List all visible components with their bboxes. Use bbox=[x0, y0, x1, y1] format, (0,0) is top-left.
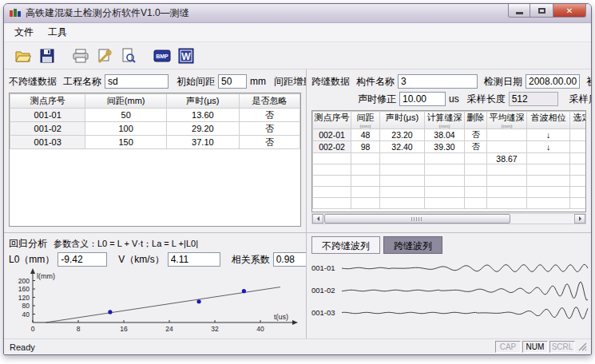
table-cell[interactable] bbox=[570, 153, 587, 164]
table-cell[interactable] bbox=[351, 176, 380, 187]
close-button[interactable]: ✕ bbox=[553, 4, 586, 18]
table-cell[interactable]: 39.30 bbox=[425, 141, 465, 153]
table-cell[interactable] bbox=[465, 187, 487, 198]
table-cell[interactable] bbox=[351, 198, 380, 209]
velocity-input[interactable] bbox=[168, 252, 220, 267]
table-cell[interactable] bbox=[313, 153, 351, 164]
init-spacing-input[interactable] bbox=[218, 74, 247, 89]
table-cell[interactable] bbox=[313, 187, 351, 198]
table-cell[interactable] bbox=[425, 176, 465, 187]
table-cell[interactable]: ↓ bbox=[527, 129, 570, 141]
table-cell[interactable] bbox=[313, 198, 351, 209]
table-cell[interactable] bbox=[313, 164, 351, 176]
minimize-button[interactable] bbox=[508, 4, 530, 18]
table-cell[interactable] bbox=[570, 198, 587, 209]
table-cell[interactable] bbox=[527, 164, 570, 176]
table-row[interactable] bbox=[313, 198, 587, 209]
table-cell[interactable] bbox=[425, 187, 465, 198]
table-cell[interactable]: 001-01 bbox=[10, 109, 85, 122]
table-cell[interactable]: 32.40 bbox=[380, 141, 425, 153]
table-cell[interactable]: 否 bbox=[465, 129, 487, 141]
table-cell[interactable] bbox=[570, 187, 587, 198]
table-cell[interactable] bbox=[380, 164, 425, 176]
table-cell[interactable]: 001-03 bbox=[10, 136, 85, 149]
table-cell[interactable]: 否 bbox=[239, 136, 299, 149]
tab-no-cross-wave[interactable]: 不跨缝波列 bbox=[311, 236, 380, 254]
table-cell[interactable] bbox=[527, 153, 570, 164]
table-row[interactable] bbox=[313, 176, 587, 187]
table-cell[interactable] bbox=[570, 129, 587, 141]
table-row[interactable]: 001-0315037.10否 bbox=[10, 136, 300, 149]
table-row[interactable]: 38.67 bbox=[313, 153, 587, 164]
table-cell[interactable]: 29.20 bbox=[167, 122, 240, 136]
maximize-button[interactable] bbox=[530, 4, 553, 18]
print-setup-button[interactable] bbox=[93, 45, 116, 66]
table-row[interactable] bbox=[313, 187, 587, 198]
table-cell[interactable] bbox=[465, 153, 487, 164]
l0-input[interactable] bbox=[58, 252, 107, 267]
table-cell[interactable] bbox=[351, 164, 380, 176]
table-cell[interactable] bbox=[465, 198, 487, 209]
table-row[interactable] bbox=[313, 164, 587, 176]
table-cell[interactable]: 23.20 bbox=[380, 129, 425, 141]
sound-correction-input[interactable] bbox=[399, 92, 446, 106]
print-button[interactable] bbox=[69, 45, 92, 66]
table-cell[interactable]: 001-02 bbox=[10, 122, 85, 136]
table-cell[interactable]: 50 bbox=[85, 109, 167, 122]
table-cell[interactable]: 13.60 bbox=[167, 109, 240, 122]
correlation-input[interactable] bbox=[273, 252, 306, 267]
table-cell[interactable] bbox=[487, 176, 527, 187]
table-cell[interactable] bbox=[425, 164, 465, 176]
table-cell[interactable] bbox=[380, 198, 425, 209]
table-cell[interactable]: 否 bbox=[239, 122, 299, 136]
table-cell[interactable] bbox=[527, 198, 570, 209]
table-row[interactable]: 001-015013.60否 bbox=[10, 109, 300, 122]
component-name-input[interactable] bbox=[398, 74, 478, 89]
table-cell[interactable] bbox=[380, 153, 425, 164]
table-cell[interactable]: 37.10 bbox=[167, 136, 240, 149]
table-cell[interactable]: 48 bbox=[351, 129, 380, 141]
table-cell[interactable] bbox=[487, 187, 527, 198]
print-preview-button[interactable] bbox=[117, 45, 140, 66]
export-word-button[interactable]: W bbox=[175, 45, 197, 66]
resize-grip[interactable] bbox=[577, 342, 588, 352]
table-cell[interactable]: 002-02 bbox=[313, 141, 351, 153]
table-cell[interactable]: 否 bbox=[239, 109, 299, 122]
table-cell[interactable] bbox=[380, 176, 425, 187]
menu-item-1[interactable]: 工具 bbox=[41, 24, 74, 41]
table-cell[interactable] bbox=[487, 164, 527, 176]
save-button[interactable] bbox=[36, 45, 58, 66]
table-cell[interactable] bbox=[465, 164, 487, 176]
table-cell[interactable] bbox=[527, 187, 570, 198]
table-cell[interactable]: 否 bbox=[465, 141, 487, 153]
table-cell[interactable] bbox=[465, 176, 487, 187]
table-cell[interactable] bbox=[313, 176, 351, 187]
scroll-right-arrow-icon[interactable] bbox=[574, 214, 585, 224]
table-row[interactable]: 002-029832.4039.30否↓ bbox=[313, 141, 587, 153]
table-cell[interactable] bbox=[425, 153, 465, 164]
table-cell[interactable]: 150 bbox=[85, 136, 167, 149]
table-cell[interactable]: 98 bbox=[351, 141, 380, 153]
export-bmp-button[interactable]: BMP bbox=[151, 45, 173, 66]
table-cell[interactable]: 38.04 bbox=[425, 129, 465, 141]
sample-length-input[interactable] bbox=[509, 92, 558, 106]
table-cell[interactable] bbox=[570, 176, 587, 187]
table-cell[interactable] bbox=[425, 198, 465, 209]
scrollbar-thumb[interactable] bbox=[324, 214, 510, 224]
table-cell[interactable]: 002-01 bbox=[313, 129, 351, 141]
tab-cross-wave[interactable]: 跨缝波列 bbox=[383, 236, 442, 254]
table-cell[interactable] bbox=[570, 164, 587, 176]
table-cell[interactable] bbox=[570, 141, 587, 153]
table-cell[interactable] bbox=[351, 187, 380, 198]
table-row[interactable]: 001-0210029.20否 bbox=[10, 122, 300, 136]
table-cell[interactable] bbox=[487, 141, 527, 153]
table-cell[interactable] bbox=[487, 198, 527, 209]
table-cell[interactable] bbox=[351, 153, 380, 164]
menu-item-0[interactable]: 文件 bbox=[7, 24, 41, 41]
open-button[interactable] bbox=[12, 45, 34, 66]
scroll-left-arrow-icon[interactable] bbox=[312, 214, 323, 224]
table-row[interactable]: 002-014823.2038.04否↓ bbox=[313, 129, 587, 141]
project-name-input[interactable] bbox=[105, 74, 169, 89]
test-date-input[interactable] bbox=[526, 74, 580, 89]
table-cell[interactable] bbox=[527, 176, 570, 187]
